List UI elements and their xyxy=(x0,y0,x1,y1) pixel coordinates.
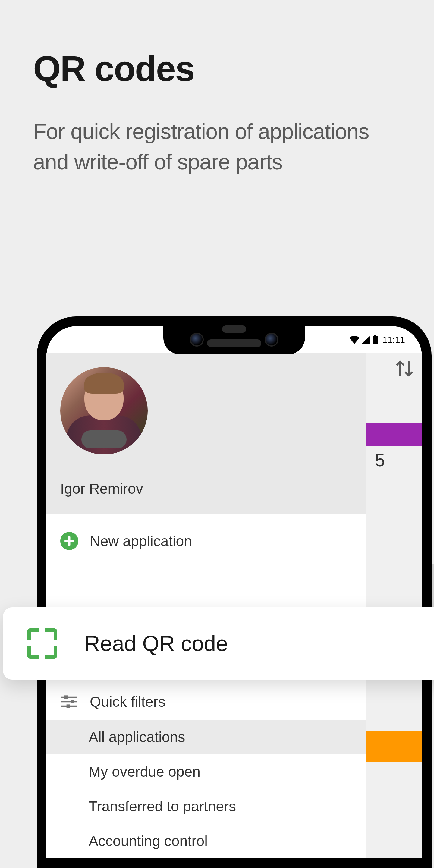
profile-section[interactable]: Igor Remirov xyxy=(46,353,366,514)
avatar[interactable] xyxy=(60,367,148,455)
avatar-hands xyxy=(82,430,127,448)
sort-icon[interactable] xyxy=(396,358,413,380)
sensor-icon xyxy=(222,326,246,333)
filter-item-overdue[interactable]: My overdue open xyxy=(46,754,366,789)
profile-name: Igor Remirov xyxy=(60,480,352,497)
qr-card[interactable]: Read QR code xyxy=(3,607,434,680)
filter-item-transferred[interactable]: Transferred to partners xyxy=(46,789,366,824)
status-icons: 11:11 xyxy=(349,335,405,345)
filter-item-all[interactable]: All applications xyxy=(46,720,366,754)
camera-icon xyxy=(265,333,278,347)
svg-rect-7 xyxy=(71,700,74,703)
plus-circle-icon xyxy=(60,532,79,550)
phone-frame: 11:11 Igor Remirov xyxy=(37,316,432,868)
svg-rect-0 xyxy=(374,335,376,336)
content-number: 5 xyxy=(375,450,385,470)
sidebar-drawer: Igor Remirov New application xyxy=(46,353,366,858)
avatar-hair xyxy=(84,373,124,394)
phone-screen: 11:11 Igor Remirov xyxy=(46,326,422,858)
page-title: QR codes xyxy=(0,0,434,89)
content-panel: 5 xyxy=(366,353,422,858)
cellular-icon xyxy=(361,336,370,344)
camera-icon xyxy=(190,333,204,347)
filters-section: Quick filters All applications My overdu… xyxy=(46,684,366,858)
svg-rect-1 xyxy=(373,336,378,344)
menu-item-new-application[interactable]: New application xyxy=(46,514,366,559)
battery-icon xyxy=(372,335,378,344)
svg-rect-5 xyxy=(64,695,67,699)
phone-notch xyxy=(163,316,305,354)
svg-rect-9 xyxy=(67,704,70,708)
phone-mockup: 11:11 Igor Remirov xyxy=(37,316,432,868)
status-bar-orange xyxy=(366,732,422,762)
status-time: 11:11 xyxy=(382,335,405,345)
menu-label: New application xyxy=(90,533,192,550)
sliders-icon xyxy=(60,692,79,711)
menu-label: Quick filters xyxy=(90,693,165,710)
main-content: Igor Remirov New application xyxy=(46,353,422,858)
page-subtitle: For quick registration of applications a… xyxy=(0,89,434,177)
speaker-icon xyxy=(207,339,261,347)
menu-item-quick-filters: Quick filters xyxy=(46,684,366,720)
filter-item-accounting[interactable]: Accounting control xyxy=(46,824,366,858)
qr-label: Read QR code xyxy=(84,631,228,656)
qr-scan-icon xyxy=(27,628,57,658)
status-bar-purple xyxy=(366,423,422,446)
wifi-icon xyxy=(349,336,360,344)
